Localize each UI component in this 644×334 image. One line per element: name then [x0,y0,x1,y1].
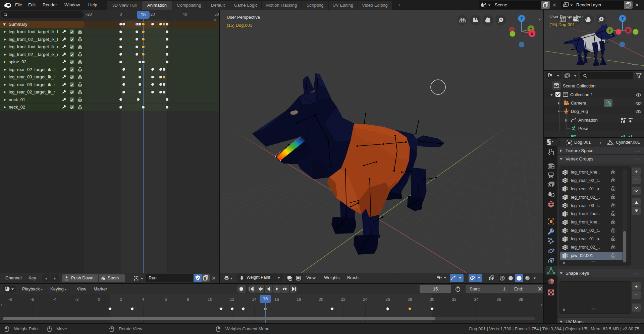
svg-text:Z: Z [622,17,624,21]
svg-text:Y: Y [608,29,611,33]
svg-text:X: X [627,28,630,32]
svg-text:Z: Z [521,17,523,21]
svg-text:X: X [531,32,533,36]
